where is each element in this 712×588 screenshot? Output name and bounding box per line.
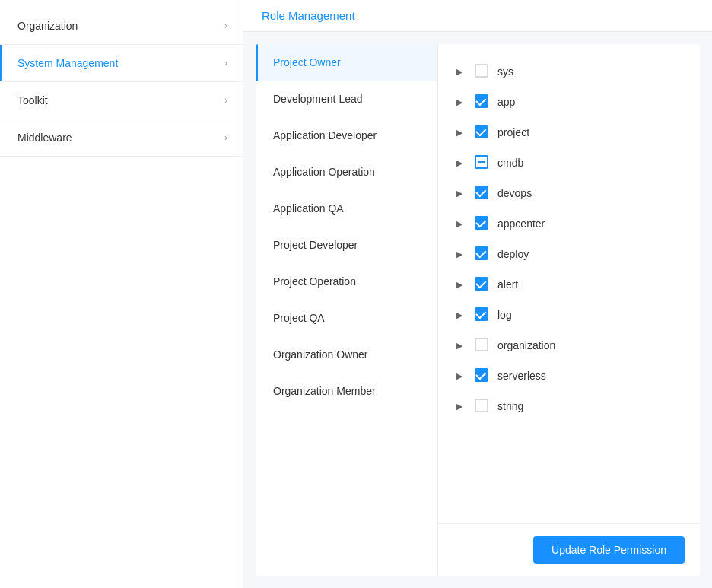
permission-item-project: ▶project — [453, 117, 685, 148]
sidebar: Organization›System Management›Toolkit›M… — [0, 0, 243, 588]
checkbox-visual-sys — [475, 64, 488, 78]
expand-arrow-appcenter[interactable]: ▶ — [456, 219, 467, 229]
checkbox-serverless[interactable] — [475, 368, 490, 383]
checkbox-visual-appcenter — [475, 216, 488, 230]
role-list: Project OwnerDevelopment LeadApplication… — [256, 44, 438, 576]
checkbox-visual-organization — [475, 338, 488, 351]
role-item-development-lead[interactable]: Development Lead — [256, 81, 437, 117]
checkbox-appcenter[interactable] — [475, 216, 490, 231]
permission-label-alert: alert — [497, 278, 518, 291]
checkbox-visual-project — [475, 125, 488, 138]
permission-panel: ▶sys▶app▶project▶cmdb▶devops▶appcenter▶d… — [438, 44, 700, 576]
sidebar-item-middleware[interactable]: Middleware› — [0, 119, 243, 156]
permission-item-organization: ▶organization — [453, 330, 685, 361]
permission-item-alert: ▶alert — [453, 269, 685, 300]
checkbox-visual-alert — [475, 277, 488, 291]
update-role-permission-button[interactable]: Update Role Permission — [533, 536, 685, 564]
permission-label-log: log — [497, 309, 512, 321]
content-area: Project OwnerDevelopment LeadApplication… — [256, 44, 700, 576]
permission-item-log: ▶log — [453, 300, 685, 330]
checkbox-visual-devops — [475, 186, 488, 199]
role-item-project-operation[interactable]: Project Operation — [256, 263, 437, 300]
checkbox-cmdb[interactable] — [475, 155, 490, 170]
permission-item-string: ▶string — [453, 391, 685, 421]
expand-arrow-alert[interactable]: ▶ — [456, 280, 467, 290]
sidebar-item-system-management[interactable]: System Management› — [0, 45, 243, 81]
checkbox-visual-string — [475, 399, 488, 412]
expand-arrow-cmdb[interactable]: ▶ — [456, 158, 467, 168]
permission-item-appcenter: ▶appcenter — [453, 208, 685, 239]
sidebar-label-system-management: System Management — [17, 57, 118, 69]
sidebar-label-organization: Organization — [17, 20, 78, 32]
role-item-application-qa[interactable]: Application QA — [256, 190, 437, 227]
page-title: Role Management — [262, 9, 355, 22]
checkbox-devops[interactable] — [475, 186, 490, 201]
role-item-application-operation[interactable]: Application Operation — [256, 154, 437, 190]
checkbox-visual-cmdb — [475, 155, 488, 169]
chevron-icon-middleware: › — [224, 132, 227, 143]
checkbox-sys[interactable] — [475, 64, 490, 79]
sidebar-divider — [0, 156, 243, 157]
permission-label-project: project — [497, 126, 529, 138]
checkbox-deploy[interactable] — [475, 246, 490, 262]
checkbox-visual-log — [475, 307, 488, 321]
checkbox-string[interactable] — [475, 399, 490, 414]
checkbox-log[interactable] — [475, 307, 490, 323]
chevron-icon-toolkit: › — [224, 95, 227, 106]
checkbox-alert[interactable] — [475, 277, 490, 292]
permission-label-organization: organization — [497, 339, 555, 351]
permission-item-sys: ▶sys — [453, 56, 685, 87]
permission-item-app: ▶app — [453, 87, 685, 117]
expand-arrow-string[interactable]: ▶ — [456, 402, 467, 412]
permission-item-deploy: ▶deploy — [453, 239, 685, 269]
expand-arrow-deploy[interactable]: ▶ — [456, 250, 467, 259]
sidebar-item-organization[interactable]: Organization› — [0, 8, 243, 44]
footer-area: Update Role Permission — [438, 523, 700, 576]
permission-label-app: app — [497, 96, 515, 108]
permission-list: ▶sys▶app▶project▶cmdb▶devops▶appcenter▶d… — [438, 44, 700, 523]
permission-item-cmdb: ▶cmdb — [453, 148, 685, 178]
expand-arrow-serverless[interactable]: ▶ — [456, 371, 467, 381]
page-header: Role Management — [243, 0, 712, 32]
role-item-organization-member[interactable]: Organization Member — [256, 373, 437, 409]
permission-label-string: string — [497, 400, 523, 412]
main-content: Role Management Project OwnerDevelopment… — [243, 0, 712, 588]
expand-arrow-sys[interactable]: ▶ — [456, 67, 467, 77]
role-item-project-qa[interactable]: Project QA — [256, 300, 437, 336]
checkbox-project[interactable] — [475, 125, 490, 140]
permission-label-appcenter: appcenter — [497, 218, 545, 230]
checkbox-visual-serverless — [475, 368, 488, 382]
expand-arrow-log[interactable]: ▶ — [456, 310, 467, 320]
role-item-application-developer[interactable]: Application Developer — [256, 117, 437, 154]
expand-arrow-devops[interactable]: ▶ — [456, 189, 467, 199]
permission-label-devops: devops — [497, 187, 532, 199]
sidebar-label-middleware: Middleware — [17, 132, 72, 144]
permission-item-devops: ▶devops — [453, 178, 685, 208]
sidebar-label-toolkit: Toolkit — [17, 94, 48, 106]
role-item-organization-owner[interactable]: Organization Owner — [256, 336, 437, 373]
chevron-icon-system-management: › — [224, 58, 227, 68]
checkbox-visual-deploy — [475, 246, 488, 260]
sidebar-item-toolkit[interactable]: Toolkit› — [0, 82, 243, 119]
checkbox-visual-app — [475, 94, 488, 108]
role-item-project-owner[interactable]: Project Owner — [256, 44, 437, 81]
expand-arrow-project[interactable]: ▶ — [456, 128, 467, 138]
chevron-icon-organization: › — [224, 21, 227, 31]
checkbox-app[interactable] — [475, 94, 490, 110]
permission-label-serverless: serverless — [497, 370, 546, 382]
permission-label-cmdb: cmdb — [497, 157, 523, 169]
role-item-project-developer[interactable]: Project Developer — [256, 227, 437, 263]
permission-label-deploy: deploy — [497, 248, 529, 260]
permission-item-serverless: ▶serverless — [453, 361, 685, 391]
checkbox-organization[interactable] — [475, 338, 490, 353]
permission-label-sys: sys — [497, 65, 513, 78]
expand-arrow-app[interactable]: ▶ — [456, 97, 467, 107]
expand-arrow-organization[interactable]: ▶ — [456, 341, 467, 351]
